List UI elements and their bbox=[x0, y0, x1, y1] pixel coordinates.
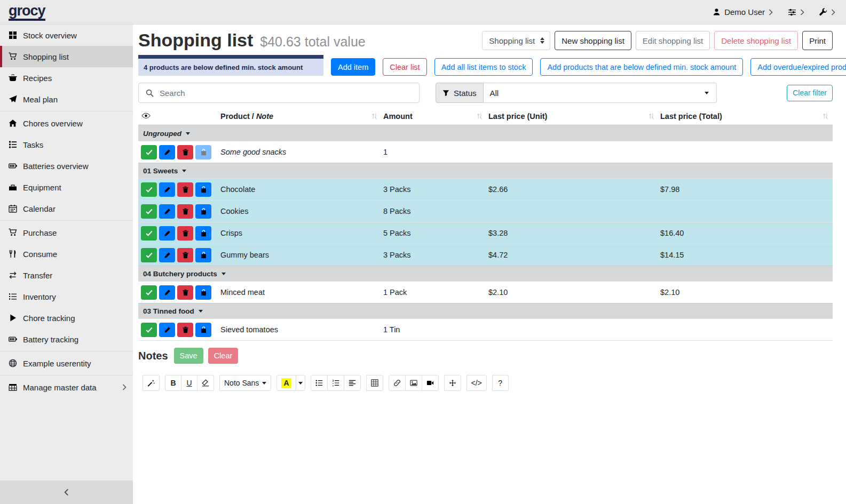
sidebar-item-transfer[interactable]: Transfer bbox=[0, 265, 133, 286]
insert-table-button[interactable] bbox=[366, 375, 383, 391]
font-color-dropdown[interactable] bbox=[296, 375, 305, 391]
grid-icon bbox=[9, 31, 17, 39]
search-input[interactable] bbox=[160, 83, 419, 102]
trash-icon bbox=[182, 149, 189, 156]
sidebar-item-inventory[interactable]: Inventory bbox=[0, 286, 133, 307]
row-add-to-stock-button[interactable] bbox=[195, 145, 211, 159]
settings-menu[interactable] bbox=[788, 8, 804, 17]
ordered-list-button[interactable] bbox=[327, 375, 344, 391]
row-done-button[interactable] bbox=[141, 248, 157, 262]
delete-shopping-list-button[interactable]: Delete shopping list bbox=[714, 31, 798, 50]
toggle-columns-eye-icon[interactable] bbox=[138, 112, 219, 121]
row-add-to-stock-button[interactable] bbox=[195, 182, 211, 197]
sidebar-item-chore-tracking[interactable]: Chore tracking bbox=[0, 307, 133, 329]
row-delete-button[interactable] bbox=[177, 182, 193, 197]
sidebar-item-consume[interactable]: Consume bbox=[0, 243, 133, 265]
column-header-product[interactable]: Product / Note bbox=[219, 112, 382, 121]
row-delete-button[interactable] bbox=[177, 145, 193, 159]
row-done-button[interactable] bbox=[141, 226, 157, 241]
notes-editing-area[interactable] bbox=[138, 391, 833, 500]
insert-video-button[interactable] bbox=[422, 375, 439, 391]
row-add-to-stock-button[interactable] bbox=[195, 323, 211, 337]
row-delete-button[interactable] bbox=[177, 248, 193, 262]
row-edit-button[interactable] bbox=[159, 204, 175, 219]
admin-menu[interactable] bbox=[819, 8, 835, 16]
row-edit-button[interactable] bbox=[159, 226, 175, 241]
row-edit-button[interactable] bbox=[159, 285, 175, 300]
sidebar-item-meal-plan[interactable]: Meal plan bbox=[0, 89, 133, 110]
row-delete-button[interactable] bbox=[177, 226, 193, 241]
font-color-button[interactable]: A bbox=[276, 375, 296, 391]
clear-list-button[interactable]: Clear list bbox=[383, 58, 426, 76]
group-header-ungrouped[interactable]: Ungrouped bbox=[138, 125, 833, 141]
sidebar-item-battery-tracking[interactable]: Battery tracking bbox=[0, 329, 133, 350]
row-edit-button[interactable] bbox=[159, 182, 175, 197]
add-all-to-stock-button[interactable]: Add all list items to stock bbox=[434, 58, 533, 76]
add-below-min-stock-button[interactable]: Add products that are below defined min.… bbox=[540, 58, 743, 76]
sidebar-item-tasks[interactable]: Tasks bbox=[0, 134, 133, 155]
insert-picture-button[interactable] bbox=[405, 375, 422, 391]
row-done-button[interactable] bbox=[141, 285, 157, 300]
row-add-to-stock-button[interactable] bbox=[195, 285, 211, 300]
clear-filter-button[interactable]: Clear filter bbox=[787, 85, 833, 101]
remove-style-button[interactable] bbox=[197, 375, 214, 391]
add-overdue-button[interactable]: Add overdue/expired products bbox=[750, 58, 846, 76]
row-edit-button[interactable] bbox=[159, 145, 175, 159]
group-header-01-sweets[interactable]: 01 Sweets bbox=[138, 163, 833, 178]
sidebar-item-purchase[interactable]: Purchase bbox=[0, 222, 133, 243]
table-row: Crisps 5 Packs $3.28 $16.40 bbox=[138, 222, 833, 244]
magic-wand-button[interactable] bbox=[143, 375, 160, 391]
row-edit-button[interactable] bbox=[159, 248, 175, 262]
fullscreen-button[interactable] bbox=[444, 375, 461, 391]
grocy-logo[interactable]: grocy bbox=[9, 3, 45, 21]
sidebar-item-example-userentity[interactable]: Example userentity bbox=[0, 353, 133, 374]
shopping-list-selector[interactable]: Shopping list bbox=[482, 31, 550, 50]
notes-title: Notes bbox=[138, 350, 168, 362]
sidebar-item-shopping-list[interactable]: Shopping list bbox=[0, 46, 133, 67]
code-view-button[interactable]: </> bbox=[467, 375, 487, 391]
sidebar-item-manage-master-data[interactable]: Manage master data bbox=[0, 377, 133, 398]
sidebar-item-equipment[interactable]: Equipment bbox=[0, 177, 133, 198]
print-button[interactable]: Print bbox=[802, 31, 833, 50]
check-icon bbox=[146, 326, 153, 333]
row-done-button[interactable] bbox=[141, 323, 157, 337]
unordered-list-button[interactable] bbox=[311, 375, 328, 391]
row-done-button[interactable] bbox=[141, 204, 157, 219]
row-edit-button[interactable] bbox=[159, 323, 175, 337]
sidebar-collapse-button[interactable] bbox=[0, 481, 133, 504]
sidebar-item-recipes[interactable]: Recipes bbox=[0, 67, 133, 89]
group-header-03-tinned-food[interactable]: 03 Tinned food bbox=[138, 303, 833, 318]
row-delete-button[interactable] bbox=[177, 323, 193, 337]
row-add-to-stock-button[interactable] bbox=[195, 204, 211, 219]
add-item-button[interactable]: Add item bbox=[331, 58, 375, 76]
column-header-last-price-unit[interactable]: Last price (Unit) bbox=[487, 112, 659, 121]
help-button[interactable]: ? bbox=[492, 375, 509, 391]
column-header-amount[interactable]: Amount bbox=[382, 112, 487, 121]
insert-link-button[interactable] bbox=[389, 375, 406, 391]
sidebar-item-chores-overview[interactable]: Chores overview bbox=[0, 113, 133, 134]
column-header-last-price-total[interactable]: Last price (Total) bbox=[659, 112, 833, 121]
underline-button[interactable]: U bbox=[181, 375, 197, 391]
status-select[interactable]: All bbox=[484, 83, 717, 103]
font-family-dropdown[interactable]: Noto Sans bbox=[219, 375, 271, 391]
row-delete-button[interactable] bbox=[177, 204, 193, 219]
group-header-04-butchery-products[interactable]: 04 Butchery products bbox=[138, 266, 833, 281]
sidebar-item-calendar[interactable]: Calendar bbox=[0, 198, 133, 219]
row-delete-button[interactable] bbox=[177, 285, 193, 300]
user-menu[interactable]: Demo User bbox=[713, 7, 773, 17]
bold-button[interactable]: B bbox=[165, 375, 181, 391]
row-add-to-stock-button[interactable] bbox=[195, 248, 211, 262]
row-done-button[interactable] bbox=[141, 182, 157, 197]
trash-icon bbox=[182, 289, 189, 296]
status-filter-button[interactable]: Status bbox=[436, 83, 484, 103]
paragraph-align-button[interactable] bbox=[344, 375, 361, 391]
sidebar-item-stock-overview[interactable]: Stock overview bbox=[0, 25, 133, 46]
notes-clear-button[interactable]: Clear bbox=[208, 348, 239, 364]
edit-shopping-list-button[interactable]: Edit shopping list bbox=[636, 31, 710, 50]
new-shopping-list-button[interactable]: New shopping list bbox=[555, 31, 631, 50]
row-add-to-stock-button[interactable] bbox=[195, 226, 211, 241]
notes-save-button[interactable]: Save bbox=[174, 348, 203, 364]
user-name: Demo User bbox=[724, 7, 765, 17]
sidebar-item-batteries-overview[interactable]: Batteries overview bbox=[0, 155, 133, 177]
row-done-button[interactable] bbox=[141, 145, 157, 159]
